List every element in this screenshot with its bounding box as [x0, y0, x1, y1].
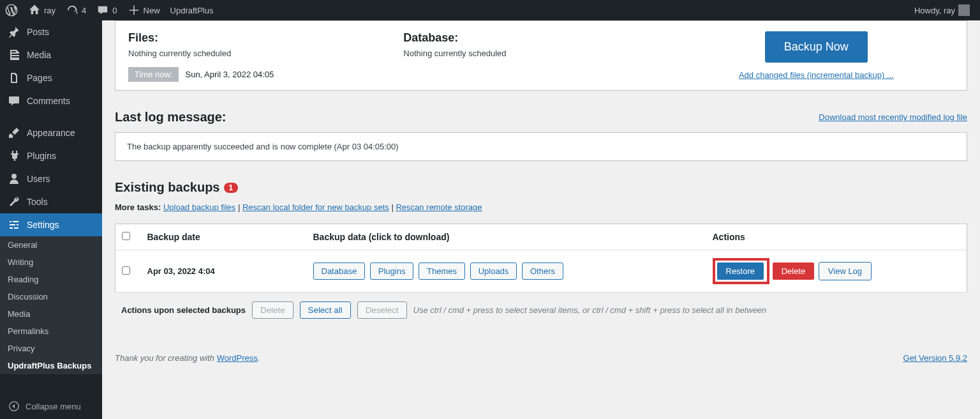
files-status: Files: Nothing currently scheduled Time …	[128, 31, 403, 79]
footer-thanks: Thank you for creating with	[115, 353, 217, 363]
submenu-discussion[interactable]: Discussion	[0, 288, 102, 305]
download-database-button[interactable]: Database	[313, 263, 366, 280]
comment-icon	[8, 95, 20, 107]
files-title: Files:	[128, 31, 403, 45]
new-content[interactable]: New	[122, 0, 165, 20]
wp-logo[interactable]	[0, 0, 23, 20]
menu-tools-label: Tools	[27, 197, 48, 207]
restore-button[interactable]: Restore	[716, 262, 765, 280]
menu-appearance[interactable]: Appearance	[0, 121, 102, 144]
menu-users[interactable]: Users	[0, 167, 102, 190]
bulk-actions-row: Actions upon selected backups Delete Sel…	[115, 293, 967, 328]
menu-settings-label: Settings	[27, 220, 59, 230]
log-message: The backup apparently succeeded and is n…	[115, 132, 967, 161]
backup-count-badge: 1	[224, 183, 239, 193]
time-now: Time now:Sun, April 3, 2022 04:05	[128, 70, 280, 79]
menu-tools[interactable]: Tools	[0, 190, 102, 213]
incremental-backup-link[interactable]: Add changed files (incremental backup) .…	[679, 70, 954, 80]
delete-button[interactable]: Delete	[772, 262, 815, 280]
menu-appearance-label: Appearance	[27, 128, 75, 138]
submenu-media[interactable]: Media	[0, 305, 102, 323]
updates-indicator[interactable]: 4	[61, 0, 91, 20]
admin-toolbar: ray 4 0 New UpdraftPlus Howdy, ray	[0, 0, 980, 20]
comments-indicator[interactable]: 0	[91, 0, 122, 20]
col-data: Backup data (click to download)	[307, 224, 706, 250]
col-actions: Actions	[706, 224, 967, 250]
menu-settings[interactable]: Settings	[0, 213, 102, 236]
menu-separator	[0, 112, 102, 121]
wordpress-icon	[5, 4, 18, 17]
submenu-writing[interactable]: Writing	[0, 254, 102, 271]
viewlog-button[interactable]: View Log	[819, 262, 872, 280]
menu-pages[interactable]: Pages	[0, 66, 102, 89]
update-icon	[66, 4, 78, 17]
backup-now-button[interactable]: Backup Now	[765, 31, 868, 63]
rescan-remote-link[interactable]: Rescan remote storage	[396, 202, 482, 212]
pin-icon	[8, 26, 20, 38]
menu-comments[interactable]: Comments	[0, 89, 102, 112]
backup-date: Apr 03, 2022 4:04	[141, 250, 307, 293]
admin-sidebar: Posts Media Pages Comments Appearance Pl…	[0, 20, 102, 376]
more-tasks-label: More tasks:	[115, 202, 161, 212]
version-link[interactable]: Get Version 5.9.2	[903, 353, 967, 363]
backup-actions: Backup Now Add changed files (incrementa…	[679, 31, 954, 80]
sliders-icon	[8, 218, 20, 231]
download-themes-button[interactable]: Themes	[419, 263, 465, 280]
download-others-button[interactable]: Others	[522, 263, 563, 280]
main-content: Files: Nothing currently scheduled Time …	[102, 0, 980, 376]
bulk-hint: Use ctrl / cmd + press to select several…	[413, 305, 767, 315]
log-heading-row: Last log message: Download most recently…	[115, 110, 967, 125]
menu-plugins-label: Plugins	[27, 151, 56, 161]
submenu-permalinks[interactable]: Permalinks	[0, 323, 102, 340]
wrench-icon	[8, 195, 20, 208]
table-row: Apr 03, 2022 4:04 Database Plugins Theme…	[115, 250, 967, 293]
rescan-local-link[interactable]: Rescan local folder for new backup sets	[242, 202, 389, 212]
submenu-updraft[interactable]: UpdraftPlus Backups	[0, 357, 102, 374]
footer-right: Get Version 5.9.2	[903, 353, 967, 363]
menu-media[interactable]: Media	[0, 43, 102, 66]
col-date: Backup date	[141, 224, 307, 250]
submenu-reading[interactable]: Reading	[0, 271, 102, 288]
menu-pages-label: Pages	[27, 73, 52, 83]
account-menu[interactable]: Howdy, ray	[909, 0, 975, 20]
backup-actions-cell: Restore Delete View Log	[706, 250, 967, 293]
menu-plugins[interactable]: Plugins	[0, 144, 102, 167]
updraft-menu[interactable]: UpdraftPlus	[165, 0, 219, 20]
submenu-general[interactable]: General	[0, 236, 102, 254]
settings-submenu: General Writing Reading Discussion Media…	[0, 236, 102, 374]
plug-icon	[8, 149, 20, 162]
page-icon	[8, 72, 20, 84]
media-icon	[8, 49, 20, 61]
menu-users-label: Users	[27, 174, 50, 184]
submenu-privacy[interactable]: Privacy	[0, 340, 102, 357]
col-checkbox	[115, 224, 141, 250]
upload-backup-link[interactable]: Upload backup files	[163, 202, 235, 212]
existing-heading-text: Existing backups	[115, 180, 220, 195]
site-name[interactable]: ray	[23, 0, 61, 20]
avatar-icon	[958, 4, 970, 16]
comments-count: 0	[112, 6, 117, 15]
wordpress-link[interactable]: WordPress	[217, 353, 258, 363]
footer-left: Thank you for creating with WordPress.	[115, 353, 260, 363]
updraft-label: UpdraftPlus	[170, 6, 214, 15]
menu-posts[interactable]: Posts	[0, 20, 102, 43]
database-status: Database: Nothing currently scheduled	[403, 31, 678, 58]
user-icon	[8, 172, 20, 185]
row-checkbox[interactable]	[122, 266, 130, 275]
restore-highlight: Restore	[713, 258, 770, 284]
log-heading: Last log message:	[115, 110, 226, 125]
menu-posts-label: Posts	[27, 27, 49, 37]
download-plugins-button[interactable]: Plugins	[370, 263, 414, 280]
download-log-link[interactable]: Download most recently modified log file	[819, 112, 967, 122]
bulk-delete-button[interactable]: Delete	[252, 301, 293, 319]
toolbar-left: ray 4 0 New UpdraftPlus	[0, 0, 218, 20]
bulk-deselect-button[interactable]: Deselect	[357, 301, 407, 319]
bulk-selectall-button[interactable]: Select all	[300, 301, 351, 319]
status-panel: Files: Nothing currently scheduled Time …	[115, 20, 967, 91]
time-now-label: Time now:	[128, 67, 179, 82]
plus-icon	[128, 4, 140, 17]
backups-table: Backup date Backup data (click to downlo…	[115, 224, 967, 293]
select-all-checkbox[interactable]	[122, 232, 130, 240]
download-uploads-button[interactable]: Uploads	[470, 263, 517, 280]
menu-media-label: Media	[27, 50, 51, 60]
